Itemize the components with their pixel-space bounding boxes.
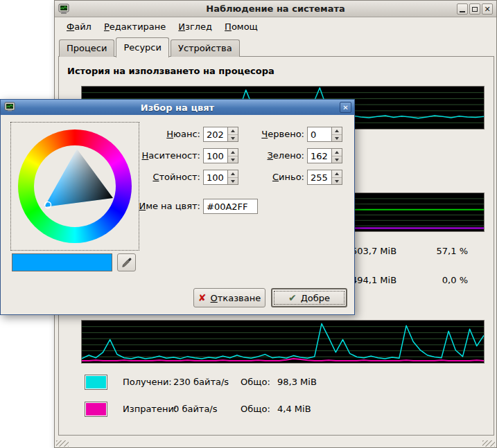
resize-grip-right[interactable] [482,440,495,447]
tab-devices[interactable]: Устройства [171,39,240,57]
cancel-button[interactable]: ✘ Отказване [193,288,265,307]
red-input[interactable] [308,127,331,141]
color-name-input[interactable] [203,199,258,214]
hue-ring[interactable] [18,129,132,243]
pick-screen-color-button[interactable] [117,253,136,271]
saturation-value-triangle[interactable] [34,145,116,227]
network-history-chart [81,320,485,364]
tab-processes[interactable]: Процеси [59,39,114,57]
hue-label: Нюанс: [124,127,200,142]
blue-spin-down-icon[interactable] [332,177,342,184]
red-spin-down-icon[interactable] [332,134,342,141]
minimize-button[interactable] [457,3,468,15]
hue-input[interactable] [204,127,227,141]
green-input[interactable] [308,149,331,163]
received-color-swatch[interactable] [85,375,107,390]
dialog-close-button[interactable]: ✕ [340,102,351,113]
blue-spinbox[interactable] [307,170,342,185]
swap-total-value: 494,1 MiB [351,275,396,285]
resize-grip-left[interactable] [56,440,69,447]
current-color-swatch [12,253,112,271]
ok-button[interactable]: ✔ Добре [271,288,347,307]
cancel-x-icon: ✘ [198,293,207,303]
ok-button-label: Добре [301,293,330,303]
menu-help[interactable]: Помощ [218,19,264,34]
swap-percent-value: 0,0 % [426,275,468,285]
menu-edit[interactable]: Редактиране [98,19,172,34]
memory-percent-value: 57,1 % [426,246,468,256]
menubar: Файл Редактиране Изглед Помощ [55,18,496,35]
memory-total-value: 503,7 MiB [351,246,396,256]
color-picker-dialog: Избор на цвят ✕ [0,99,355,315]
received-total: 98,3 MiB [277,377,317,387]
saturation-input[interactable] [204,149,227,163]
sent-color-swatch[interactable] [85,402,107,417]
green-spin-up-icon[interactable] [332,149,342,156]
blue-spin-up-icon[interactable] [332,170,342,177]
saturation-label: Наситеност: [124,148,200,163]
dialog-title: Избор на цвят [1,102,354,113]
tab-bar: Процеси Ресурси Устройства [59,37,492,57]
red-spin-up-icon[interactable] [332,127,342,134]
sent-label: Изпратени: [123,404,177,414]
received-rate: 230 байта/s [173,377,229,387]
network-chart-canvas [82,321,484,363]
value-input[interactable] [204,170,227,184]
maximize-button[interactable] [469,3,480,15]
color-name-label: Име на цвят: [124,199,200,214]
sent-rate: 0 байта/s [173,404,218,414]
cancel-button-label: Отказване [211,293,261,303]
value-label: Стойност: [124,170,200,185]
window-bottom-frame [55,440,496,447]
close-button[interactable]: ✕ [482,3,493,15]
red-label: Червено: [228,127,304,142]
tab-resources[interactable]: Ресурси [116,37,169,57]
ok-check-icon: ✔ [288,293,297,303]
cpu-section-title: История на използването на процесора [67,66,274,76]
close-icon: ✕ [484,6,490,13]
eyedropper-icon [121,257,132,268]
minimize-icon [460,11,465,12]
red-spinbox[interactable] [307,127,342,142]
main-titlebar[interactable]: Наблюдение на системата ✕ [55,1,496,17]
desktop: Наблюдение на системата ✕ Файл Редактира… [0,0,497,448]
green-spin-down-icon[interactable] [332,156,342,163]
maximize-icon [472,7,478,12]
sent-total: 4,4 MiB [277,404,311,414]
blue-label: Синьо: [228,170,304,185]
sent-total-label: Общо: [241,404,270,414]
blue-input[interactable] [308,170,331,184]
dialog-titlebar[interactable]: Избор на цвят ✕ [1,100,354,115]
received-total-label: Общо: [241,377,270,387]
green-spinbox[interactable] [307,148,342,163]
menu-file[interactable]: Файл [60,19,98,34]
received-label: Получени: [123,377,172,387]
color-wheel[interactable] [10,122,139,251]
green-label: Зелено: [228,148,304,163]
menu-view[interactable]: Изглед [172,19,218,34]
main-window-title: Наблюдение на системата [55,3,496,14]
